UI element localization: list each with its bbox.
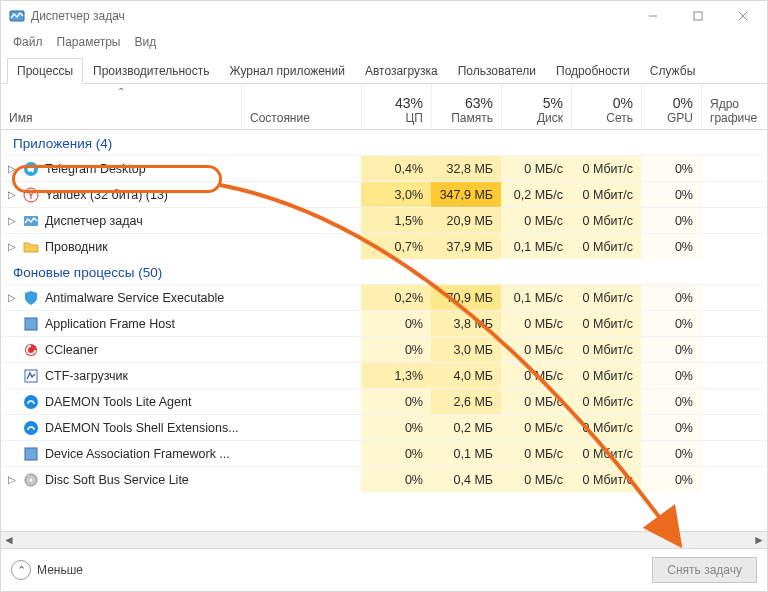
grid-body[interactable]: Приложения (4) ▷ Telegram Desktop 0,4% 3… (1, 130, 767, 531)
table-row[interactable]: ▷ CTF-загрузчик 1,3% 4,0 МБ 0 МБ/с 0 Мби… (1, 362, 767, 388)
tab-processes[interactable]: Процессы (7, 58, 83, 84)
cpu-value: 0% (361, 441, 431, 466)
disk-value: 0,2 МБ/с (501, 182, 571, 207)
table-row[interactable]: ▷ Antimalware Service Executable 0,2% 70… (1, 284, 767, 310)
horizontal-scrollbar[interactable]: ◄ ► (1, 531, 767, 548)
process-grid: ⌃ Имя Состояние 43%ЦП 63%Память 5%Диск 0… (1, 84, 767, 548)
expand-icon[interactable]: ▷ (7, 189, 17, 200)
taskmgr-icon (9, 8, 25, 24)
minimize-button[interactable] (630, 1, 675, 31)
table-row[interactable]: ▷ Telegram Desktop 0,4% 32,8 МБ 0 МБ/с 0… (1, 155, 767, 181)
tabstrip: Процессы Производительность Журнал прило… (1, 57, 767, 84)
process-name: CTF-загрузчик (45, 369, 128, 383)
col-gpu-engine[interactable]: Ядро графиче (701, 84, 767, 129)
end-task-button[interactable]: Снять задачу (652, 557, 757, 583)
process-name: Yandex (32 бита) (13) (45, 188, 168, 202)
disk-value: 0,1 МБ/с (501, 285, 571, 310)
gpu-value: 0% (641, 156, 701, 181)
process-name: Telegram Desktop (45, 162, 146, 176)
process-name: Antimalware Service Executable (45, 291, 224, 305)
tab-app-history[interactable]: Журнал приложений (220, 58, 355, 84)
table-row[interactable]: ▷ Диспетчер задач 1,5% 20,9 МБ 0 МБ/с 0 … (1, 207, 767, 233)
app-icon (23, 316, 39, 332)
gpu-value: 0% (641, 234, 701, 259)
scroll-right-icon[interactable]: ► (753, 533, 765, 547)
network-value: 0 Мбит/с (571, 285, 641, 310)
disk-value: 0 МБ/с (501, 337, 571, 362)
table-row[interactable]: ▷ DAEMON Tools Lite Agent 0% 2,6 МБ 0 МБ… (1, 388, 767, 414)
col-network[interactable]: 0%Сеть (571, 84, 641, 129)
app-icon (23, 290, 39, 306)
col-disk[interactable]: 5%Диск (501, 84, 571, 129)
app-icon (23, 368, 39, 384)
table-row[interactable]: ▷ Device Association Framework ... 0% 0,… (1, 440, 767, 466)
sort-caret-icon: ⌃ (117, 86, 125, 97)
svg-text:Y: Y (27, 189, 35, 201)
menu-view[interactable]: Вид (128, 33, 162, 51)
scroll-left-icon[interactable]: ◄ (3, 533, 15, 547)
gpu-value: 0% (641, 389, 701, 414)
process-name: DAEMON Tools Shell Extensions... (45, 421, 239, 435)
table-row[interactable]: ▷ DAEMON Tools Shell Extensions... 0% 0,… (1, 414, 767, 440)
process-name: Disc Soft Bus Service Lite (45, 473, 189, 487)
memory-value: 347,9 МБ (431, 182, 501, 207)
memory-value: 20,9 МБ (431, 208, 501, 233)
memory-value: 0,4 МБ (431, 467, 501, 492)
col-state[interactable]: Состояние (241, 84, 361, 129)
expand-icon[interactable]: ▷ (7, 241, 17, 252)
col-name[interactable]: ⌃ Имя (1, 84, 241, 129)
fewer-details-button[interactable]: ⌃ Меньше (11, 560, 83, 580)
tab-startup[interactable]: Автозагрузка (355, 58, 448, 84)
col-memory[interactable]: 63%Память (431, 84, 501, 129)
memory-value: 3,8 МБ (431, 311, 501, 336)
table-row[interactable]: ▷ Application Frame Host 0% 3,8 МБ 0 МБ/… (1, 310, 767, 336)
network-value: 0 Мбит/с (571, 441, 641, 466)
cpu-value: 1,3% (361, 363, 431, 388)
cpu-value: 3,0% (361, 182, 431, 207)
col-gpu[interactable]: 0%GPU (641, 84, 701, 129)
maximize-button[interactable] (675, 1, 720, 31)
gpu-value: 0% (641, 182, 701, 207)
svg-point-13 (24, 421, 38, 435)
disk-value: 0 МБ/с (501, 467, 571, 492)
titlebar: Диспетчер задач (1, 1, 767, 31)
table-row[interactable]: ▷ Y Yandex (32 бита) (13) 3,0% 347,9 МБ … (1, 181, 767, 207)
svg-rect-2 (694, 12, 702, 20)
process-name: Application Frame Host (45, 317, 175, 331)
close-button[interactable] (720, 1, 765, 31)
tab-details[interactable]: Подробности (546, 58, 640, 84)
memory-value: 32,8 МБ (431, 156, 501, 181)
tab-performance[interactable]: Производительность (83, 58, 219, 84)
process-name: Проводник (45, 240, 108, 254)
menu-options[interactable]: Параметры (51, 33, 127, 51)
app-icon: Y (23, 187, 39, 203)
network-value: 0 Мбит/с (571, 389, 641, 414)
process-name: Диспетчер задач (45, 214, 143, 228)
menu-file[interactable]: Файл (7, 33, 49, 51)
svg-point-12 (24, 395, 38, 409)
gpu-value: 0% (641, 467, 701, 492)
table-row[interactable]: ▷ Проводник 0,7% 37,9 МБ 0,1 МБ/с 0 Мбит… (1, 233, 767, 259)
disk-value: 0 МБ/с (501, 389, 571, 414)
gpu-value: 0% (641, 415, 701, 440)
disk-value: 0 МБ/с (501, 415, 571, 440)
cpu-value: 0,2% (361, 285, 431, 310)
tab-users[interactable]: Пользователи (448, 58, 546, 84)
app-icon (23, 161, 39, 177)
expand-icon[interactable]: ▷ (7, 163, 17, 174)
col-cpu[interactable]: 43%ЦП (361, 84, 431, 129)
gpu-value: 0% (641, 363, 701, 388)
table-row[interactable]: ▷ CCleaner 0% 3,0 МБ 0 МБ/с 0 Мбит/с 0% (1, 336, 767, 362)
expand-icon[interactable]: ▷ (7, 474, 17, 485)
svg-rect-9 (25, 318, 37, 330)
tab-services[interactable]: Службы (640, 58, 705, 84)
app-icon (23, 394, 39, 410)
cpu-value: 0% (361, 415, 431, 440)
cpu-value: 0% (361, 467, 431, 492)
expand-icon[interactable]: ▷ (7, 215, 17, 226)
network-value: 0 Мбит/с (571, 234, 641, 259)
expand-icon[interactable]: ▷ (7, 292, 17, 303)
network-value: 0 Мбит/с (571, 337, 641, 362)
table-row[interactable]: ▷ Disc Soft Bus Service Lite 0% 0,4 МБ 0… (1, 466, 767, 492)
app-icon (23, 239, 39, 255)
